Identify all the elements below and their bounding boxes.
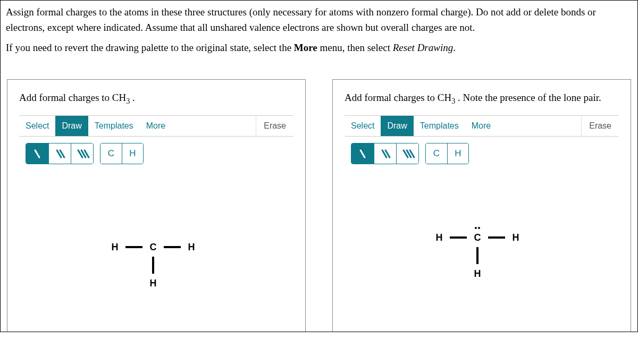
double-bond-button[interactable]: [48, 143, 71, 164]
bond-left[interactable]: [450, 236, 467, 239]
erase-button[interactable]: Erase: [264, 121, 286, 131]
tab-more[interactable]: More: [140, 116, 172, 136]
element-c-button[interactable]: C: [426, 143, 447, 164]
element-group: C H: [425, 143, 469, 164]
panel-left-title: Add formal charges to CH3 .: [19, 90, 293, 105]
bond-right[interactable]: [488, 236, 505, 239]
atom-h-bottom[interactable]: H: [474, 268, 481, 280]
atom-h-bottom[interactable]: H: [150, 278, 157, 289]
title-text: Add formal charges to CH: [345, 92, 451, 103]
tab-draw[interactable]: Draw: [381, 116, 413, 136]
element-h-button[interactable]: H: [447, 143, 468, 164]
title-text: .: [130, 92, 135, 103]
instruction-more-menu: More: [294, 42, 317, 53]
panel-right-title: Add formal charges to CH3 . Note the pre…: [345, 90, 619, 105]
instruction-reset-drawing: Reset Drawing: [393, 42, 453, 53]
double-bond-icon: [380, 148, 391, 159]
tab-draw[interactable]: Draw: [55, 116, 88, 136]
atom-h-left[interactable]: H: [436, 232, 443, 243]
triple-bond-button[interactable]: [396, 143, 418, 164]
atom-c[interactable]: C: [474, 232, 481, 243]
panel-right: Add formal charges to CH3 . Note the pre…: [332, 79, 631, 332]
panel-left: Add formal charges to CH3 . Select Draw …: [7, 79, 306, 332]
single-bond-button[interactable]: [26, 143, 48, 164]
drawing-toolbar: Select Draw Templates More Erase: [345, 115, 619, 137]
atom-h-left[interactable]: H: [112, 242, 119, 253]
instruction-paragraph-2: If you need to revert the drawing palett…: [6, 40, 632, 56]
erase-button[interactable]: Erase: [589, 121, 611, 131]
drawing-canvas-right[interactable]: H C H H: [345, 167, 619, 306]
bond-type-group: [351, 143, 419, 164]
single-bond-icon: [34, 149, 40, 158]
instruction-paragraph-1: Assign formal charges to the atoms in th…: [6, 5, 632, 35]
bond-bottom[interactable]: [152, 257, 154, 274]
drawing-toolbar: Select Draw Templates More Erase: [19, 115, 293, 137]
element-h-button[interactable]: H: [122, 143, 143, 164]
electron-dot: [475, 227, 477, 229]
lone-pair[interactable]: [475, 227, 480, 229]
atom-h-right[interactable]: H: [188, 242, 195, 253]
panels-container: Add formal charges to CH3 . Select Draw …: [0, 63, 638, 332]
instruction-text: If you need to revert the drawing palett…: [6, 42, 294, 53]
tab-select[interactable]: Select: [19, 116, 55, 136]
tool-row: C H: [19, 137, 293, 167]
bond-type-group: [26, 143, 94, 164]
single-bond-icon: [359, 149, 366, 158]
title-text: . Note the presence of the lone pair.: [455, 92, 601, 103]
element-group: C H: [100, 143, 144, 164]
atom-h-right[interactable]: H: [513, 232, 519, 243]
bond-left[interactable]: [125, 246, 142, 248]
double-bond-button[interactable]: [374, 143, 396, 164]
triple-bond-button[interactable]: [71, 143, 93, 164]
tool-row: C H: [345, 137, 619, 167]
element-c-button[interactable]: C: [100, 143, 122, 164]
double-bond-icon: [54, 148, 66, 159]
triple-bond-icon: [402, 148, 414, 159]
bond-bottom[interactable]: [476, 247, 478, 264]
erase-wrap: Erase: [256, 116, 293, 136]
erase-wrap: Erase: [581, 116, 619, 136]
drawing-canvas-left[interactable]: H C H H: [19, 167, 293, 306]
electron-dot: [478, 227, 480, 229]
tab-more[interactable]: More: [465, 116, 497, 136]
tab-select[interactable]: Select: [345, 116, 381, 136]
triple-bond-icon: [77, 148, 88, 159]
atom-c[interactable]: C: [150, 242, 157, 253]
single-bond-button[interactable]: [351, 143, 374, 164]
title-text: Add formal charges to CH: [19, 92, 126, 103]
tab-templates[interactable]: Templates: [88, 116, 140, 136]
instruction-text: .: [453, 42, 456, 53]
bond-right[interactable]: [164, 246, 181, 248]
tab-templates[interactable]: Templates: [414, 116, 465, 136]
instructions-block: Assign formal charges to the atoms in th…: [0, 0, 638, 63]
instruction-text: menu, then select: [317, 42, 393, 53]
